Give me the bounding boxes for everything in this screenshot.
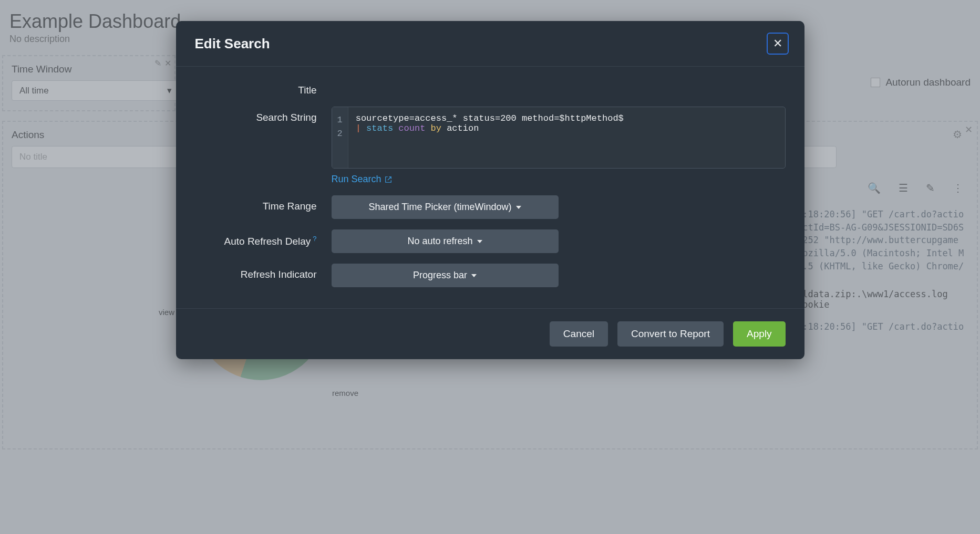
chevron-down-icon — [477, 240, 482, 243]
chevron-down-icon — [516, 206, 521, 209]
modal-footer: Cancel Convert to Report Apply — [176, 308, 804, 359]
chevron-down-icon — [471, 274, 477, 277]
run-search-link[interactable]: Run Search — [332, 174, 392, 185]
close-button[interactable]: ✕ — [767, 33, 789, 55]
run-search-label: Run Search — [332, 174, 381, 185]
help-icon[interactable]: ? — [313, 235, 316, 243]
editor-gutter: 1 2 — [332, 107, 348, 168]
modal-overlay: Edit Search ✕ Title Search String 1 2 — [0, 0, 980, 534]
time-range-select[interactable]: Shared Time Picker (timeWindow) — [332, 195, 559, 219]
auto-refresh-label: Auto Refresh Delay? — [195, 229, 332, 247]
editor-content[interactable]: sourcetype=access_* status=200 method=$h… — [348, 107, 631, 168]
search-string-label: Search String — [195, 107, 332, 123]
search-string-editor[interactable]: 1 2 sourcetype=access_* status=200 metho… — [332, 107, 786, 169]
cancel-button[interactable]: Cancel — [550, 321, 608, 347]
external-link-icon — [385, 176, 392, 183]
refresh-indicator-value: Progress bar — [413, 270, 467, 281]
modal-body: Title Search String 1 2 sourcetype=acces… — [176, 67, 804, 308]
edit-search-modal: Edit Search ✕ Title Search String 1 2 — [176, 21, 804, 359]
close-icon: ✕ — [773, 37, 782, 50]
refresh-indicator-label: Refresh Indicator — [195, 264, 332, 280]
modal-header: Edit Search ✕ — [176, 21, 804, 67]
apply-button[interactable]: Apply — [733, 321, 786, 347]
auto-refresh-select[interactable]: No auto refresh — [332, 229, 559, 253]
time-range-label: Time Range — [195, 195, 332, 212]
auto-refresh-value: No auto refresh — [407, 236, 472, 247]
title-label: Title — [195, 79, 332, 96]
time-range-value: Shared Time Picker (timeWindow) — [368, 202, 511, 213]
modal-title: Edit Search — [195, 36, 270, 52]
refresh-indicator-select[interactable]: Progress bar — [332, 264, 559, 287]
convert-to-report-button[interactable]: Convert to Report — [617, 321, 724, 347]
